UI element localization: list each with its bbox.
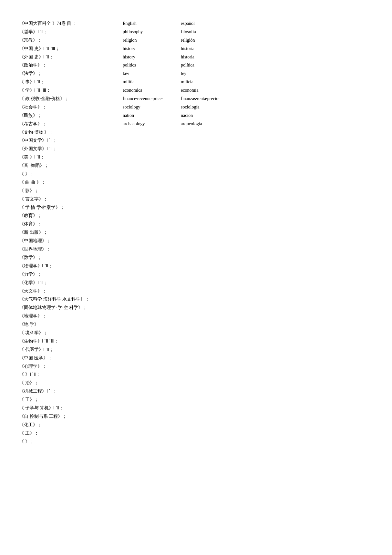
list-item: 《化学》Ⅰ `Ⅱ； xyxy=(19,279,123,287)
list-item: 《民族》； xyxy=(19,111,123,120)
list-item: 《中国地理》； xyxy=(19,237,123,245)
list-item: 《 事》Ⅰ `Ⅱ； xyxy=(19,78,123,86)
list-item: 《 工》； xyxy=(19,429,123,437)
list-item: 《 学》Ⅰ `Ⅱ `Ⅲ； xyxy=(19,86,123,95)
list-item: 《新 出版》； xyxy=(19,228,123,237)
list-item: 《中国 史》Ⅰ `Ⅱ `Ⅲ； xyxy=(19,45,123,53)
list-item: 《生物学》Ⅰ `Ⅱ `Ⅲ； xyxy=(19,337,123,345)
list-item: economics xyxy=(123,86,181,95)
list-item: 《政治学》； xyxy=(19,61,123,69)
list-item: 《地 学》； xyxy=(19,320,123,329)
list-item: 《 》Ⅰ `Ⅱ； xyxy=(19,370,123,379)
list-item: 《宗教》； xyxy=(19,36,123,45)
list-item: milicia xyxy=(181,78,245,86)
list-item: 《大气科学·海洋科学·水文科学》； xyxy=(19,295,123,303)
list-item: 《 治》； xyxy=(19,379,123,387)
list-item: religion xyxy=(123,36,181,45)
list-item: archaeology xyxy=(123,120,181,128)
list-item: 《外国文学》Ⅰ `Ⅱ； xyxy=(19,145,123,153)
list-item: finance·revenue·price· xyxy=(123,95,181,103)
list-item: 《 子学与 算机》Ⅰ `Ⅱ； xyxy=(19,404,123,412)
list-item: 《 境科学》； xyxy=(19,329,123,337)
list-item: 《法学》； xyxy=(19,69,123,78)
list-item: sociology xyxy=(123,103,181,111)
list-item: 《天文学》； xyxy=(19,287,123,295)
list-item: 《地理学》； xyxy=(19,312,123,320)
list-item: 《机械工程》Ⅰ `Ⅱ； xyxy=(19,387,123,396)
list-item: 《固体地球物理学· 学·空 科学》； xyxy=(19,303,123,312)
main-content: 《中国大百科全 》74卷 目 ： 《哲学》Ⅰ `Ⅱ；《宗教》；《中国 史》Ⅰ `… xyxy=(19,19,373,446)
chinese-column: 《中国大百科全 》74卷 目 ： 《哲学》Ⅰ `Ⅱ；《宗教》；《中国 史》Ⅰ `… xyxy=(19,19,123,446)
list-item: 《自 控制与系 工程》； xyxy=(19,412,123,421)
list-item: 《心理学》； xyxy=(19,362,123,371)
spanish-column: español filosofíareligiónhistoriahistori… xyxy=(181,19,245,446)
list-item: 《音 ·舞蹈》； xyxy=(19,161,123,170)
list-item: 《文物·博物 》； xyxy=(19,128,123,137)
list-item: 《社会学》； xyxy=(19,103,123,111)
list-item: política xyxy=(181,61,245,69)
list-item: 《美 》Ⅰ `Ⅱ； xyxy=(19,153,123,161)
list-item: 《外国 史》Ⅰ `Ⅱ； xyxy=(19,53,123,61)
list-item: law xyxy=(123,69,181,78)
list-item: finanzas·renta·precio· xyxy=(181,95,245,103)
list-item: 《 影》； xyxy=(19,187,123,195)
list-item: 《考古学》； xyxy=(19,120,123,128)
list-item: 《 学·情 学·档案学》； xyxy=(19,203,123,212)
list-item: sociología xyxy=(181,103,245,111)
list-item: 《 言文字》； xyxy=(19,195,123,203)
list-item: filosofía xyxy=(181,28,245,36)
list-item: 《数学》； xyxy=(19,253,123,262)
list-item: 《世界地理》； xyxy=(19,245,123,253)
header-spanish: español xyxy=(181,19,245,28)
english-column: English philosophyreligionhistoryhistory… xyxy=(123,19,181,446)
list-item: economía xyxy=(181,86,245,95)
list-item: nación xyxy=(181,111,245,120)
header-chinese: 《中国大百科全 》74卷 目 ： xyxy=(19,19,123,28)
list-item: historia xyxy=(181,53,245,61)
list-item: 《中国 医学》； xyxy=(19,354,123,362)
list-item: 《体育》； xyxy=(19,220,123,228)
list-item: philosophy xyxy=(123,28,181,36)
list-item: historia xyxy=(181,45,245,53)
list-item: 《物理学》Ⅰ `Ⅱ； xyxy=(19,262,123,270)
list-item: 《化工》； xyxy=(19,421,123,429)
list-item: arqueología xyxy=(181,120,245,128)
list-item: 《教育》； xyxy=(19,211,123,220)
list-item: 《力学》； xyxy=(19,270,123,279)
list-item: history xyxy=(123,45,181,53)
list-item: 《 曲·曲 》； xyxy=(19,178,123,187)
list-item: ley xyxy=(181,69,245,78)
list-item: militia xyxy=(123,78,181,86)
header-english: English xyxy=(123,19,181,28)
list-item: 《 政·税收·金融·价格》； xyxy=(19,95,123,103)
list-item: 《哲学》Ⅰ `Ⅱ； xyxy=(19,28,123,36)
list-item: 《中国文学》Ⅰ `Ⅱ； xyxy=(19,136,123,145)
list-item: 《 》； xyxy=(19,437,123,446)
list-item: 《 工》； xyxy=(19,396,123,404)
list-item: nation xyxy=(123,111,181,120)
list-item: 《 代医学》Ⅰ `Ⅱ； xyxy=(19,345,123,354)
list-item: religión xyxy=(181,36,245,45)
list-item: history xyxy=(123,53,181,61)
list-item: 《 》； xyxy=(19,170,123,178)
list-item: politics xyxy=(123,61,181,69)
